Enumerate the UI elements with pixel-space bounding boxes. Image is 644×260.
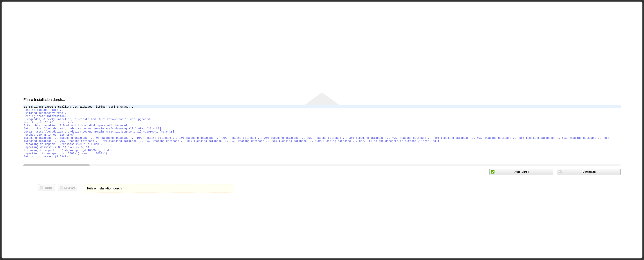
download-icon bbox=[558, 170, 562, 173]
log-line: 0 upgraded, 0 newly installed, 2 reinsta… bbox=[23, 118, 621, 121]
app-window: Führe Installation durch... 11:34:21.488… bbox=[2, 1, 642, 259]
check-disabled-icon bbox=[40, 186, 44, 190]
log-controls-row: Auto-Scroll Download bbox=[23, 169, 621, 175]
status-message: Führe Installation durch... bbox=[85, 184, 234, 193]
log-line: Reading state information... bbox=[23, 115, 621, 118]
check-disabled-icon bbox=[60, 186, 63, 190]
weiter-label: Weiter bbox=[44, 186, 52, 189]
page-title: Führe Installation durch... bbox=[23, 98, 621, 102]
log-line: Need to get 120 kB of archives. bbox=[23, 121, 621, 124]
content-area: Führe Installation durch... 11:34:21.488… bbox=[2, 1, 642, 259]
check-icon bbox=[490, 170, 495, 173]
svg-point-13 bbox=[40, 186, 43, 189]
log-line: Fetched 120 kB in 0s (516 kB/s) bbox=[23, 133, 621, 136]
log-line: Setting up dnsmasq (2.89-1) ... bbox=[23, 155, 621, 158]
download-label: Download bbox=[562, 170, 620, 173]
status-text: Führe Installation durch... bbox=[87, 187, 124, 190]
neustart-label: Neustart bbox=[64, 186, 75, 189]
log-line-info: 11:34:21.488 INFO: Installing apt packag… bbox=[23, 105, 621, 109]
log-output[interactable]: 11:34:21.488 INFO: Installing apt packag… bbox=[23, 105, 621, 164]
svg-rect-11 bbox=[491, 170, 494, 173]
log-line: After this operation, 0 B of additional … bbox=[23, 124, 621, 127]
footer-row: Weiter Neustart Führe Installation durch… bbox=[23, 184, 621, 193]
log-line: Get:2 https://deb.debian.org/debian book… bbox=[23, 130, 621, 133]
svg-point-14 bbox=[60, 186, 63, 189]
autoscroll-button[interactable]: Auto-Scroll bbox=[490, 169, 553, 175]
autoscroll-label: Auto-Scroll bbox=[495, 170, 553, 173]
download-button[interactable]: Download bbox=[557, 169, 621, 175]
weiter-button[interactable]: Weiter bbox=[38, 184, 55, 191]
log-line: Unpacking libjson-perl (4.10000-1) over … bbox=[23, 152, 621, 155]
log-line: Reading package lists... bbox=[23, 109, 621, 112]
log-line: Unpacking dnsmasq (2.89-1) over (2.89-1)… bbox=[23, 146, 621, 149]
neustart-button[interactable]: Neustart bbox=[58, 184, 77, 191]
log-line: (Reading database ... (Reading database … bbox=[23, 136, 621, 143]
log-container: 11:34:21.488 INFO: Installing apt packag… bbox=[23, 105, 621, 166]
log-line: Preparing to unpack .../libjson-perl_4.1… bbox=[23, 149, 621, 152]
log-line: Preparing to unpack .../dnsmasq_2.89-1_a… bbox=[23, 143, 621, 146]
horizontal-scrollbar[interactable] bbox=[23, 164, 621, 166]
log-line: Get:1 https://deb.debian.org/debian book… bbox=[23, 127, 621, 130]
scrollbar-thumb[interactable] bbox=[23, 164, 90, 166]
log-line: Building dependency tree... bbox=[23, 112, 621, 115]
